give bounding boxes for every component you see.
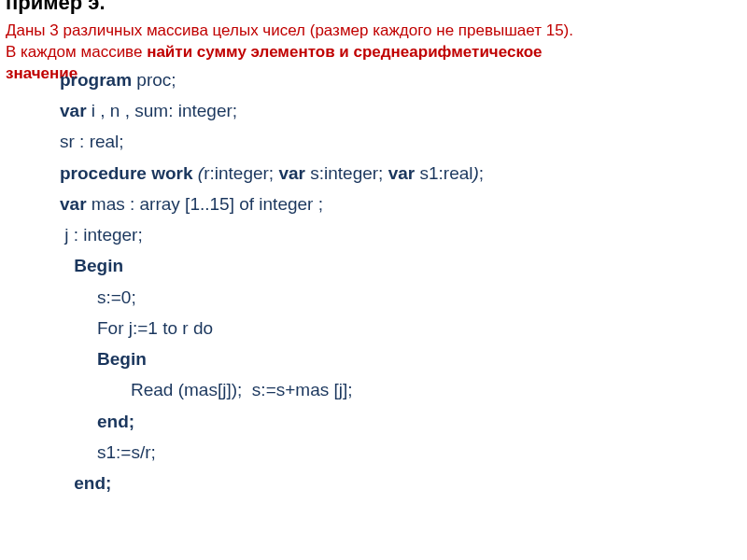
- code-l13: s1:=s/r;: [97, 442, 156, 462]
- code-line-8: s:=0;: [97, 282, 741, 313]
- code-l4e: s:integer;: [305, 163, 388, 183]
- code-line-6: j : integer;: [60, 219, 741, 250]
- code-l9: For j:=1 to r do: [97, 318, 213, 338]
- content-area: Даны 3 различных массива целых чисел (ра…: [6, 21, 741, 498]
- code-line-10: Begin: [97, 343, 741, 374]
- code-line-2: var i , n , sum: integer;: [60, 95, 741, 126]
- example-title: пример э.: [6, 0, 741, 19]
- code-l2b: i , n , sum: integer;: [87, 101, 238, 120]
- code-l4i: ;: [479, 163, 484, 183]
- task-line-2: В каждом массиве найти сумму элементов и…: [6, 42, 741, 63]
- code-l8: s:=0;: [97, 287, 136, 307]
- code-l6: j : integer;: [60, 225, 143, 245]
- code-l4g: s1:real: [415, 163, 472, 183]
- code-line-13: s1:=s/r;: [97, 437, 741, 468]
- code-line-7: Begin: [69, 250, 741, 281]
- task-line-2b: найти сумму элементов и среднеарифметиче…: [147, 43, 542, 61]
- code-line-3: sr : real;: [60, 126, 741, 157]
- code-l4c: r:integer;: [204, 163, 278, 183]
- kw-var-2: var: [60, 194, 87, 214]
- code-l3: sr : real;: [60, 132, 124, 151]
- code-l1b: proc;: [132, 70, 176, 90]
- code-line-14: end;: [69, 468, 741, 498]
- kw-begin-2: Begin: [97, 349, 147, 369]
- code-l5b: mas : array [1..15] of integer ;: [87, 194, 323, 214]
- kw-var-p2: var: [388, 163, 416, 183]
- kw-var-p1: var: [278, 163, 305, 183]
- task-line-2a: В каждом массиве: [6, 43, 147, 61]
- code-line-4: procedure work (r:integer; var s:integer…: [60, 158, 741, 189]
- code-line-12: end;: [97, 406, 741, 437]
- kw-end-1: end;: [97, 412, 134, 431]
- task-line-1: Даны 3 различных массива целых чисел (ра…: [6, 21, 741, 42]
- code-line-1: program proc;: [60, 64, 741, 95]
- title-text: пример э.: [6, 0, 106, 14]
- kw-var-1: var: [60, 101, 87, 120]
- kw-begin-1: Begin: [69, 256, 123, 275]
- code-block: program proc; var i , n , sum: integer; …: [60, 64, 741, 499]
- kw-end-2: end;: [69, 473, 111, 493]
- code-l11: Read (mas[j]); s:=s+mas [j];: [131, 380, 353, 399]
- code-line-5: var mas : array [1..15] of integer ;: [60, 189, 741, 219]
- code-line-9: For j:=1 to r do: [97, 313, 741, 343]
- code-line-11: Read (mas[j]); s:=s+mas [j];: [131, 374, 741, 405]
- kw-program: program: [60, 70, 132, 90]
- kw-procedure: procedure work: [60, 163, 198, 183]
